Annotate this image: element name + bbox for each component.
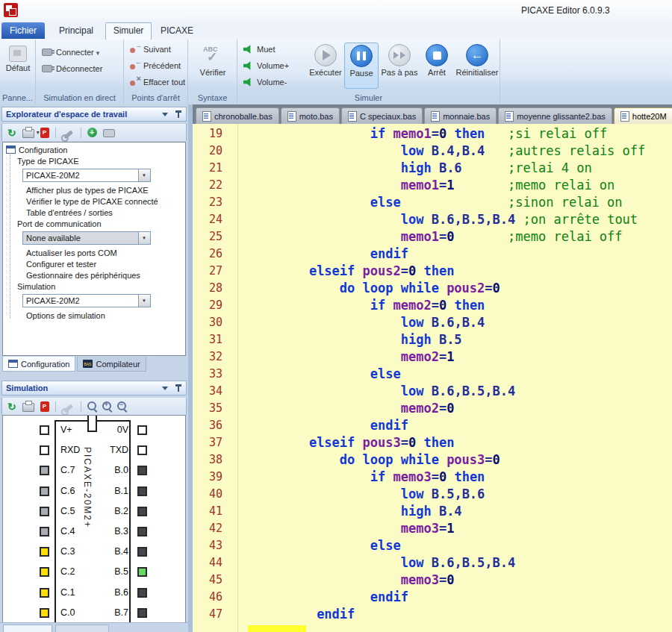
chevron-down-icon[interactable] — [162, 113, 168, 116]
explorer-panel-header[interactable]: Explorateur d'espace de travail — [1, 107, 187, 122]
tree-item[interactable]: Gestionnaire des périphériques — [3, 270, 185, 281]
combo-value: PICAXE-20M2 — [26, 296, 80, 305]
executer-button[interactable]: Exécuter — [308, 43, 343, 89]
deconnecter-button[interactable]: Déconnecter — [42, 61, 102, 76]
tree-item[interactable]: Afficher plus de types de PICAXE — [3, 185, 185, 196]
tree-item[interactable]: Actualiser les ports COM — [3, 248, 185, 259]
code-editor[interactable]: 19 if memo1=0 then ;si relai off20 low B… — [193, 124, 672, 632]
code-text: else ;sinon relai on — [230, 194, 623, 211]
pin-icon[interactable] — [178, 384, 179, 392]
editor-tab[interactable]: hotte20M — [614, 107, 672, 124]
pin-C.0[interactable] — [40, 608, 49, 618]
chevron-down-icon[interactable] — [138, 169, 150, 181]
editor-tab[interactable]: monnaie.bas — [424, 107, 497, 124]
settings-wrench-icon[interactable] — [63, 404, 73, 413]
code-line: 33 else — [193, 366, 672, 383]
suivant-button[interactable]: Suivant — [130, 42, 171, 57]
refresh-icon[interactable] — [7, 400, 16, 413]
tab-simuler[interactable]: Simuler — [105, 22, 152, 40]
pause-button[interactable]: Pause — [344, 43, 379, 89]
arret-button[interactable]: Arrêt — [420, 43, 453, 89]
pin-B.6[interactable] — [137, 588, 147, 598]
zoom-in-icon[interactable] — [102, 401, 111, 410]
pin-B.4[interactable] — [137, 547, 147, 557]
zoom-out-icon[interactable] — [117, 401, 126, 410]
tree-item[interactable]: Vérifier le type de PICAXE connecté — [3, 196, 185, 207]
pdf-export-icon[interactable] — [40, 401, 49, 412]
next-breakpoint-icon — [130, 45, 140, 54]
pin-label-RXD: RXD — [60, 444, 92, 456]
panel-tab-configuration[interactable]: Configuration — [2, 357, 75, 372]
pin-RXD[interactable] — [40, 445, 49, 455]
volume-minus-button[interactable]: Volume- — [243, 75, 287, 90]
simulation-type-combo[interactable]: PICAXE-20M2 — [22, 294, 151, 307]
tree-node[interactable]: Simulation — [3, 281, 185, 292]
app-logo-icon — [4, 3, 18, 17]
editor-tab[interactable]: moyenne glissante2.bas — [498, 107, 612, 124]
pin-B.1[interactable] — [137, 486, 147, 496]
panel-icon[interactable] — [103, 129, 115, 137]
tree-node[interactable]: Port de communication — [3, 219, 185, 230]
pin-0V[interactable] — [137, 425, 147, 435]
editor-tab[interactable]: moto.bas — [281, 107, 340, 124]
add-circle-icon[interactable] — [87, 128, 97, 137]
line-number: 46 — [193, 589, 230, 606]
suivant-label: Suivant — [143, 45, 171, 54]
refresh-icon[interactable] — [7, 126, 16, 140]
tab-picaxe[interactable]: PICAXE — [154, 23, 200, 39]
tree-node-configuration[interactable]: Configuration — [3, 145, 185, 156]
tree-item[interactable]: Configurer et tester — [3, 259, 185, 270]
settings-wrench-icon[interactable] — [63, 130, 73, 139]
chevron-down-icon[interactable] — [138, 295, 150, 307]
verifier-button[interactable]: Vérifier — [196, 43, 230, 89]
pin-C.6[interactable] — [40, 486, 49, 496]
document-icon — [505, 111, 514, 122]
reinitialiser-button[interactable]: Réinitialiser — [455, 43, 500, 89]
tab-principal[interactable]: Principal — [49, 23, 103, 39]
com-port-combo[interactable]: None available — [22, 231, 151, 245]
pin-B.0[interactable] — [137, 466, 147, 475]
pin-C.7[interactable] — [40, 466, 49, 475]
picaxe-type-combo[interactable]: PICAXE-20M2 — [22, 169, 151, 182]
muet-button[interactable]: Muet — [243, 42, 275, 57]
tree-item[interactable]: Options de simulation — [3, 310, 185, 322]
pas-a-pas-button[interactable]: Pas à pas — [380, 43, 419, 89]
panel-tab-compilateur[interactable]: Compilateur — [77, 357, 146, 372]
pin-B.2[interactable] — [137, 507, 147, 516]
chevron-down-icon[interactable] — [138, 232, 150, 244]
tree-item-label: Configurer et tester — [26, 260, 96, 269]
pin-C.4[interactable] — [40, 527, 49, 536]
pin-B.7[interactable] — [137, 608, 147, 618]
connecter-button[interactable]: Connecter — [42, 45, 99, 60]
pin-B.3[interactable] — [137, 527, 147, 536]
precedent-label: Précédent — [143, 61, 181, 70]
pin-C.2[interactable] — [40, 567, 49, 577]
ribbon-group-pannes: Défaut Panne... — [0, 40, 36, 104]
tab-fichier[interactable]: Fichier — [1, 22, 45, 39]
pin-C.3[interactable] — [40, 547, 49, 557]
print-icon[interactable] — [22, 129, 34, 138]
precedent-button[interactable]: Précédent — [130, 58, 181, 73]
editor-tab[interactable]: chronoballe.bas — [196, 107, 279, 124]
print-icon[interactable] — [22, 403, 34, 412]
pin-V+[interactable] — [40, 425, 49, 435]
pin-icon[interactable] — [178, 110, 179, 118]
pin-C.5[interactable] — [40, 507, 49, 516]
pin-B.5[interactable] — [137, 567, 147, 577]
effacer-tout-button[interactable]: Effacer tout — [130, 75, 185, 90]
simulation-panel-header[interactable]: Simulation — [1, 381, 187, 395]
editor-tab[interactable]: C speciaux.bas — [341, 107, 423, 124]
volume-plus-button[interactable]: Volume+ — [243, 58, 289, 73]
pin-C.1[interactable] — [40, 588, 49, 598]
pin-TXD[interactable] — [137, 445, 147, 455]
defaut-button[interactable]: Défaut — [1, 43, 34, 89]
tree-item-label: Gestionnaire des périphériques — [26, 271, 140, 280]
tree-item[interactable]: Table d'entrées / sorties — [3, 207, 185, 219]
group-label-simuler: Simuler — [237, 93, 500, 102]
zoom-icon[interactable] — [87, 401, 96, 410]
code-line: 24 low B.6,B.5,B.4 ;on arrête tout — [193, 211, 672, 228]
chevron-down-icon[interactable] — [162, 387, 168, 390]
pdf-export-icon[interactable] — [40, 128, 49, 138]
bottom-panel-tabs-stub[interactable] — [0, 622, 188, 632]
tree-node[interactable]: Type de PICAXE — [3, 156, 185, 167]
